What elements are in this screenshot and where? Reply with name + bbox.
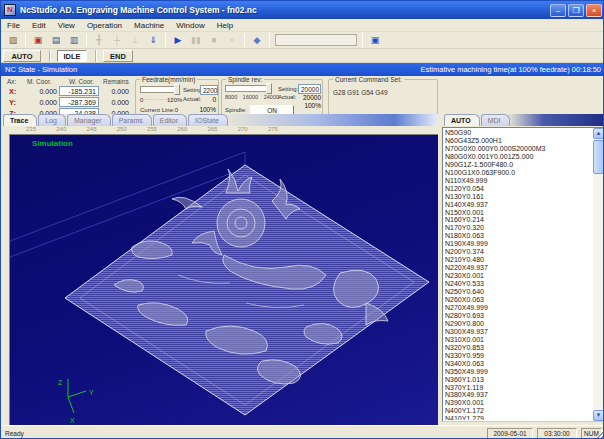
spindle-group: Spindle rev: Setting: 20000 800016000240… [221, 79, 323, 115]
gcode-line: N210Y0.480 [445, 256, 592, 264]
ruler-number: 270 [238, 126, 248, 132]
spindle-actual-label: Actual: [278, 94, 296, 100]
spindle-tick-label: 16000 [243, 94, 258, 100]
menu-item-help[interactable]: Help [211, 21, 239, 30]
feedrate-scale-min: 0 [140, 97, 143, 103]
tab-trace[interactable]: Trace [3, 114, 37, 126]
gcode-line: N310X0.001 [445, 336, 592, 344]
gcode-line: N250Y0.640 [445, 288, 592, 296]
mode-separator [49, 50, 51, 62]
simulation-label: Simulation [32, 139, 73, 148]
show-current-line-icon[interactable]: ▣ [367, 33, 383, 47]
ncstudio-window: N NcStudio AD. Engraving Machine Control… [0, 0, 604, 439]
spindle-setting-value[interactable]: 20000 [298, 84, 321, 94]
pause-icon: ▮▮ [188, 33, 204, 47]
gcode-line: N380X49.937 [445, 391, 592, 399]
tab-params[interactable]: Params [112, 114, 152, 126]
feedrate-setting-value[interactable]: 2200 [200, 85, 218, 95]
app-icon: N [4, 4, 16, 16]
tab-iostate[interactable]: IOState [188, 114, 228, 126]
gcode-line: N120Y0.054 [445, 185, 592, 193]
status-time: 03:30:00 [537, 428, 577, 439]
idle-mode-button[interactable]: IDLE [57, 50, 87, 62]
maximize-button[interactable]: ❒ [568, 4, 584, 17]
spindle-actual-value: 20000 [298, 94, 321, 101]
status-bar: Ready 2009-05-01 03:30:00 NUM [1, 425, 604, 439]
spindle-tick-label: 24000 [264, 94, 279, 100]
minimize-button[interactable]: – [550, 4, 566, 17]
trace-window-icon[interactable]: ▤ [48, 33, 64, 47]
gcode-line: N90G1Z-1.500F480.0 [445, 161, 592, 169]
info-panel: Ax: M. Coor. W. Coor. Remains X: 0.000 -… [1, 76, 604, 116]
back-to-origin-icon[interactable]: ⇓ [145, 33, 161, 47]
spindle-title: Spindle rev: [226, 76, 264, 83]
title-bar[interactable]: N NcStudio AD. Engraving Machine Control… [1, 1, 604, 19]
ruler-number: 265 [207, 126, 217, 132]
menu-item-machine[interactable]: Machine [128, 21, 170, 30]
mcoor-header: M. Coor. [27, 78, 52, 85]
feedrate-slider-track[interactable] [140, 86, 178, 93]
end-mode-button[interactable]: END [103, 50, 133, 62]
scroll-down-icon[interactable]: ▼ [593, 410, 604, 421]
menu-item-edit[interactable]: Edit [26, 21, 52, 30]
gcode-line: N270X49.999 [445, 304, 592, 312]
gcode-line: N70G0X0.000Y0.000S20000M3 [445, 145, 592, 153]
menu-item-file[interactable]: File [1, 21, 26, 30]
y-work-coord[interactable]: -287.369 [59, 97, 99, 107]
menu-item-window[interactable]: Window [170, 21, 210, 30]
command-set-value: G28 G91 G54 G49 [333, 89, 388, 96]
gcode-line: N400Y1.172 [445, 407, 592, 415]
toolbar: ▨▣▤▥╋┼⊥⇓▶▮▮■»◆▣ [1, 32, 604, 49]
menu-item-operation[interactable]: Operation [81, 21, 128, 30]
spindle-switch-label: Spindle: [225, 107, 247, 113]
scroll-up-icon[interactable]: ▲ [593, 128, 604, 139]
gcode-line: N50G90 [445, 129, 592, 137]
gcode-line: N330Y0.959 [445, 352, 592, 360]
tab-mdi[interactable]: MDI [481, 114, 510, 126]
axis-y-label: Y [89, 389, 94, 396]
tab-log[interactable]: Log [38, 114, 66, 126]
gcode-line: N60G43Z5.000H1 [445, 137, 592, 145]
scroll-thumb[interactable] [593, 140, 604, 174]
tab-auto[interactable]: AUTO [444, 114, 480, 126]
gcode-line: N80G0X0.001Y0.001Z5.000 [445, 153, 592, 161]
spindle-tick-label: 8000 [225, 94, 237, 100]
start-icon[interactable]: ▶ [170, 33, 186, 47]
gcode-scrollbar[interactable]: ▲ ▼ [593, 128, 604, 421]
gcode-panel: N50G90N60G43Z5.000H1N70G0X0.000Y0.000S20… [442, 127, 604, 422]
open-file-icon[interactable]: ▨ [5, 33, 21, 47]
toolbar-separator [269, 34, 270, 46]
simulation-viewport[interactable]: Z Y X Simulation [9, 134, 438, 425]
nc-state-bar: NC State - Simulation Estimative machini… [1, 63, 604, 76]
close-button[interactable]: × [586, 4, 602, 17]
simulate-icon[interactable]: ▣ [30, 33, 46, 47]
simulation-canvas[interactable]: Z Y X [10, 135, 439, 426]
tool-calibrate-icon: ╋ [91, 33, 107, 47]
gcode-line: N390X0.001 [445, 399, 592, 407]
y-remains: 0.000 [101, 99, 129, 106]
gcode-line: N200Y0.374 [445, 248, 592, 256]
spindle-slider-handle[interactable] [266, 83, 272, 94]
menu-item-view[interactable]: View [52, 21, 81, 30]
spindle-slider-track[interactable] [225, 85, 271, 92]
tool-measure-icon: ⊥ [127, 33, 143, 47]
gcode-line: N230X0.001 [445, 272, 592, 280]
tab-editor[interactable]: Editor [153, 114, 187, 126]
engraved-plate-wireframe [65, 165, 429, 415]
gcode-line: N240Y0.533 [445, 280, 592, 288]
manager-window-icon[interactable]: ▥ [66, 33, 82, 47]
gcode-line: N280Y0.693 [445, 312, 592, 320]
feedrate-slider-handle[interactable] [174, 84, 180, 95]
resize-grip[interactable] [595, 430, 604, 439]
gcode-line: N110X49.999 [445, 177, 592, 185]
window-title: NcStudio AD. Engraving Machine Control S… [20, 5, 550, 15]
tab-manager[interactable]: Manager [67, 114, 111, 126]
status-date: 2009-05-01 [487, 428, 533, 439]
y-machine-coord: 0.000 [23, 99, 57, 106]
toolbar-separator [244, 34, 245, 46]
breakpoint-icon[interactable]: ◆ [249, 33, 265, 47]
x-machine-coord: 0.000 [23, 88, 57, 95]
x-work-coord[interactable]: -185.231 [59, 86, 99, 96]
auto-mode-button[interactable]: AUTO [3, 50, 41, 62]
gcode-line: N140X49.937 [445, 201, 592, 209]
